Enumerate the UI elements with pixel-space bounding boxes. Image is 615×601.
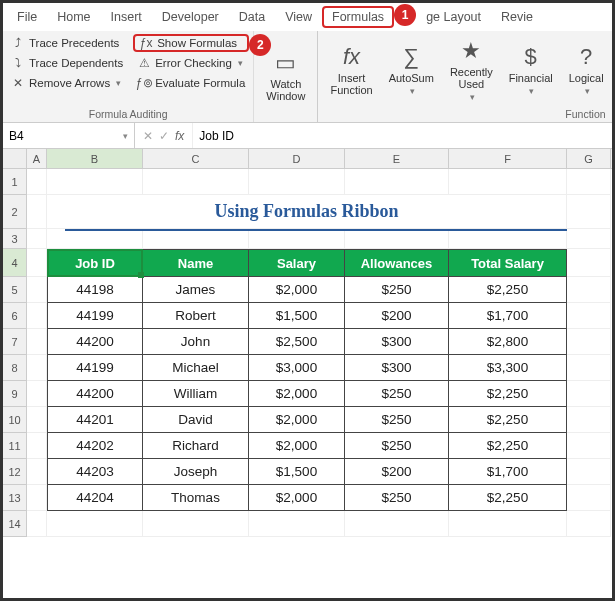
cell-total[interactable]: $1,700 [449,303,567,329]
cell-job-id[interactable]: 44202 [47,433,143,459]
row-header[interactable]: 10 [3,407,27,433]
cell-total[interactable]: $3,300 [449,355,567,381]
trace-precedents-icon: ⤴ [11,36,25,50]
cell-allowances[interactable]: $250 [345,381,449,407]
cell-salary[interactable]: $2,000 [249,433,345,459]
th-salary[interactable]: Salary [249,249,345,277]
cell-salary[interactable]: $2,500 [249,329,345,355]
cell-salary[interactable]: $2,000 [249,407,345,433]
accept-formula-icon[interactable]: ✓ [159,129,169,143]
row-header[interactable]: 14 [3,511,27,537]
row-header[interactable]: 6 [3,303,27,329]
cell-salary[interactable]: $1,500 [249,459,345,485]
cell-job-id[interactable]: 44203 [47,459,143,485]
cell-allowances[interactable]: $250 [345,277,449,303]
show-formulas-icon: ƒx [139,36,153,50]
cell-allowances[interactable]: $250 [345,433,449,459]
tab-developer[interactable]: Developer [152,6,229,28]
cell-job-id[interactable]: 44201 [47,407,143,433]
cell-job-id[interactable]: 44200 [47,381,143,407]
cell-job-id[interactable]: 44204 [47,485,143,511]
formula-input[interactable]: Job ID [192,123,612,148]
col-header-d[interactable]: D [249,149,345,168]
cell-allowances[interactable]: $300 [345,355,449,381]
cell-name[interactable]: John [143,329,249,355]
cell-allowances[interactable]: $250 [345,407,449,433]
th-name[interactable]: Name [143,249,249,277]
tab-home[interactable]: Home [47,6,100,28]
cell-allowances[interactable]: $200 [345,303,449,329]
name-box[interactable]: B4 ▾ [3,123,135,148]
tab-file[interactable]: File [7,6,47,28]
col-header-f[interactable]: F [449,149,567,168]
cell-allowances[interactable]: $200 [345,459,449,485]
cell-job-id[interactable]: 44199 [47,303,143,329]
cancel-formula-icon[interactable]: ✕ [143,129,153,143]
col-header-b[interactable]: B [47,149,143,168]
col-header-e[interactable]: E [345,149,449,168]
tab-insert[interactable]: Insert [101,6,152,28]
cell-allowances[interactable]: $300 [345,329,449,355]
row-header[interactable]: 5 [3,277,27,303]
cell-name[interactable]: Joseph [143,459,249,485]
recently-used-button[interactable]: ★ Recently Used ▾ [442,34,501,106]
col-header-g[interactable]: G [567,149,611,168]
cell-total[interactable]: $2,800 [449,329,567,355]
cell-name[interactable]: Michael [143,355,249,381]
cell-name[interactable]: Richard [143,433,249,459]
cell-salary[interactable]: $1,500 [249,303,345,329]
cell-name[interactable]: Thomas [143,485,249,511]
cell-total[interactable]: $2,250 [449,381,567,407]
cell-job-id[interactable]: 44198 [47,277,143,303]
financial-button[interactable]: $ Financial ▾ [501,34,561,106]
trace-precedents-button[interactable]: ⤴Trace Precedents [7,34,127,52]
tab-data[interactable]: Data [229,6,275,28]
cell-salary[interactable]: $3,000 [249,355,345,381]
cell-job-id[interactable]: 44200 [47,329,143,355]
worksheet-grid[interactable]: 1 2 Using Formulas Ribbon 3 4 Job ID Nam… [3,169,612,537]
row-header[interactable]: 1 [3,169,27,195]
cell-job-id[interactable]: 44199 [47,355,143,381]
insert-function-button[interactable]: fx Insert Function [322,34,380,106]
cell-salary[interactable]: $2,000 [249,381,345,407]
cell-total[interactable]: $2,250 [449,433,567,459]
logical-button[interactable]: ? Logical ▾ [561,34,612,106]
tab-formulas[interactable]: Formulas 1 [322,6,394,28]
row-header[interactable]: 4 [3,249,27,277]
cell-total[interactable]: $2,250 [449,407,567,433]
cell-total[interactable]: $2,250 [449,485,567,511]
row-header[interactable]: 9 [3,381,27,407]
th-total-salary[interactable]: Total Salary [449,249,567,277]
row-header[interactable]: 8 [3,355,27,381]
th-job-id[interactable]: Job ID [47,249,143,277]
trace-dependents-button[interactable]: ⤵Trace Dependents [7,54,127,72]
cell-allowances[interactable]: $250 [345,485,449,511]
row-header[interactable]: 11 [3,433,27,459]
col-header-a[interactable]: A [27,149,47,168]
cell-name[interactable]: Robert [143,303,249,329]
row-header[interactable]: 12 [3,459,27,485]
tab-review[interactable]: Revie [491,6,543,28]
cell-name[interactable]: James [143,277,249,303]
remove-arrows-button[interactable]: ✕Remove Arrows▾ [7,74,127,92]
th-allowances[interactable]: Allowances [345,249,449,277]
cell-name[interactable]: David [143,407,249,433]
cell-total[interactable]: $2,250 [449,277,567,303]
error-checking-button[interactable]: ⚠Error Checking▾ [133,54,249,72]
show-formulas-button[interactable]: ƒx Show Formulas 2 [133,34,249,52]
row-header[interactable]: 2 [3,195,27,229]
select-all-corner[interactable] [3,149,27,168]
col-header-c[interactable]: C [143,149,249,168]
cell-name[interactable]: William [143,381,249,407]
evaluate-formula-button[interactable]: ƒ⊚Evaluate Formula [133,74,249,92]
fx-icon[interactable]: fx [175,129,184,143]
cell-salary[interactable]: $2,000 [249,485,345,511]
autosum-button[interactable]: ∑ AutoSum ▾ [381,34,442,106]
row-header[interactable]: 7 [3,329,27,355]
tab-view[interactable]: View [275,6,322,28]
cell-total[interactable]: $1,700 [449,459,567,485]
cell-salary[interactable]: $2,000 [249,277,345,303]
row-header[interactable]: 13 [3,485,27,511]
tab-page-layout[interactable]: ge Layout [416,6,491,28]
row-header[interactable]: 3 [3,229,27,249]
